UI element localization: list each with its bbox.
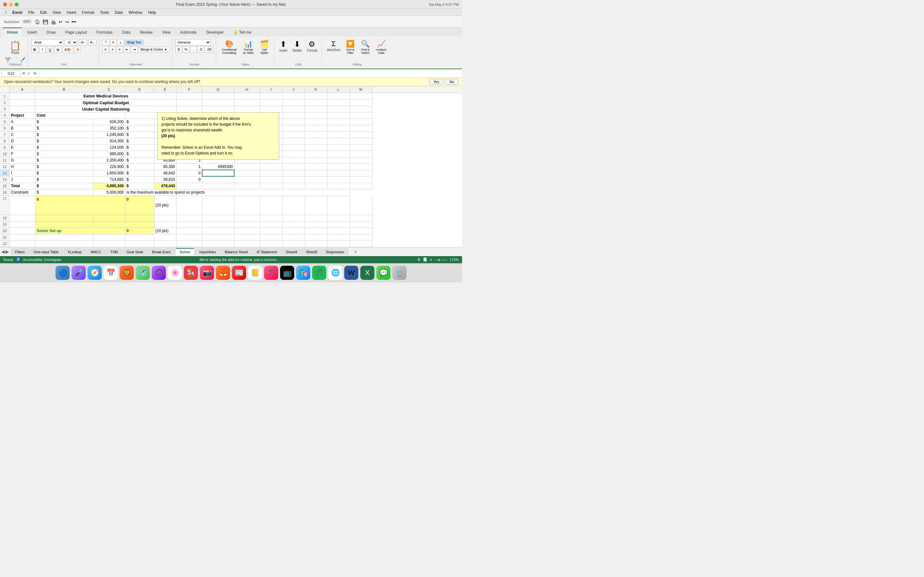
dock-messages[interactable]: 💬 [376,266,391,280]
tab-xlookup[interactable]: XLookup [63,248,86,255]
cell-l19[interactable] [327,221,350,227]
cell-j22[interactable] [282,240,305,247]
col-header-e[interactable]: E [154,86,176,93]
cell-m15[interactable] [350,183,372,189]
cell-k6[interactable] [305,125,327,131]
cell-c19[interactable] [93,221,125,227]
cell-m3[interactable] [350,106,372,112]
cell-e22[interactable] [154,240,176,247]
cell-k18[interactable] [305,215,327,221]
minimize-button[interactable] [9,3,13,6]
cell-j11[interactable] [282,157,305,163]
cell-g20[interactable] [202,227,234,234]
underline-button[interactable]: U [47,47,53,53]
cell-d15[interactable]: $ [125,183,154,189]
cancel-formula-icon[interactable]: ✕ [22,71,26,76]
cell-d20[interactable]: 0 [125,227,154,234]
zoom-slider[interactable]: —●—— [435,258,447,261]
close-button[interactable] [3,3,7,6]
cell-b12[interactable]: $ [35,163,93,170]
cell-e17[interactable]: (10 pts) [154,195,176,215]
cell-k11[interactable] [305,157,327,163]
cell-g18[interactable] [202,215,234,221]
delete-button[interactable]: ⬇ Delete [291,39,304,53]
cell-c13[interactable]: 1,650,000 [93,170,125,176]
bold-button[interactable]: B [31,47,38,53]
cell-g13-selected[interactable] [202,170,234,176]
cell-e12[interactable]: 65,350 [154,163,176,170]
dock-photos[interactable]: 🌸 [168,266,182,280]
comma-button[interactable]: , [190,46,197,53]
cell-m20[interactable] [350,227,372,234]
cell-b9[interactable]: $ [35,144,93,151]
increase-decimal-button[interactable]: .0 [197,46,204,53]
cell-b4[interactable]: Cost [35,112,125,119]
page-layout-view-icon[interactable]: 📄 [423,258,427,261]
cell-b7[interactable]: $ [35,131,93,138]
tab-review[interactable]: Review [136,28,157,37]
cell-h12[interactable] [234,163,260,170]
print-icon[interactable]: 🖨️ [51,19,56,24]
cell-l22[interactable] [327,240,350,247]
dock-excel[interactable]: X [360,266,375,280]
function-icon[interactable]: fx [33,71,37,76]
cell-styles-button[interactable]: 🗂️ CellStyles [258,39,271,55]
cell-i19[interactable] [260,221,282,227]
cell-a16[interactable]: Constraint [10,189,35,195]
cell-f1[interactable] [176,93,202,99]
cell-a6[interactable]: B [10,125,35,131]
tab-tvm[interactable]: TVM [106,248,122,255]
menu-format[interactable]: Format [79,10,97,15]
cell-c11[interactable]: 2,356,400 [93,157,125,163]
cell-k8[interactable] [305,138,327,144]
tab-draw[interactable]: Draw [42,28,60,37]
cell-j15[interactable] [282,183,305,189]
cell-d10[interactable]: $ [125,151,154,157]
cell-a3[interactable] [10,106,35,112]
cell-d13[interactable]: $ [125,170,154,176]
cell-j1[interactable] [282,93,305,99]
cell-a9[interactable]: E [10,144,35,151]
cell-j10[interactable] [282,151,305,157]
cell-b20[interactable]: Solver Set up [35,227,125,234]
find-select-button[interactable]: 🔍 Find &Select [359,39,372,55]
copy-icon[interactable]: 📄 [13,57,18,62]
cell-j5[interactable] [282,119,305,125]
paste-button[interactable]: 📋 Paste [7,39,23,56]
cell-l17[interactable] [327,195,350,215]
cell-g15[interactable] [202,183,234,189]
cell-a10[interactable]: F [10,151,35,157]
dock-camera[interactable]: 📸 [200,266,214,280]
cell-b13[interactable]: $ [35,170,93,176]
cell-b2[interactable]: Optimal Capital Budget [35,99,176,106]
tab-hyperlinks[interactable]: Hyperlinks [195,248,220,255]
cell-a13[interactable]: I [10,170,35,176]
cell-d9[interactable]: $ [125,144,154,151]
cell-f21[interactable] [176,234,202,240]
cell-a4[interactable]: Project [10,112,35,119]
cell-a17[interactable] [10,195,35,215]
save-icon[interactable]: 💾 [43,19,48,24]
cell-m11[interactable] [350,157,372,163]
cell-i13[interactable] [260,170,282,176]
tab-if-statement[interactable]: IF Statement [252,248,281,255]
cell-d21[interactable] [125,234,154,240]
cell-b14[interactable]: $ [35,176,93,183]
cell-k12[interactable] [305,163,327,170]
tab-goal-seek[interactable]: Goal Seek [123,248,147,255]
cell-l6[interactable] [327,125,350,131]
cell-m5[interactable] [350,119,372,125]
cell-k4[interactable] [305,112,327,119]
cell-d22[interactable] [125,240,154,247]
cell-i1[interactable] [260,93,282,99]
font-size-select[interactable]: 10 [65,39,78,45]
cell-i17[interactable] [260,195,282,215]
tab-data[interactable]: Data [118,28,135,37]
cell-i20[interactable] [260,227,282,234]
font-color-button[interactable]: A [74,47,81,53]
cell-e18[interactable] [154,215,176,221]
cell-b15[interactable]: $ [35,183,93,189]
tab-tell-me[interactable]: 💡 Tell me [229,28,256,37]
align-right-button[interactable]: ≡ [116,46,123,53]
cell-b10[interactable]: $ [35,151,93,157]
